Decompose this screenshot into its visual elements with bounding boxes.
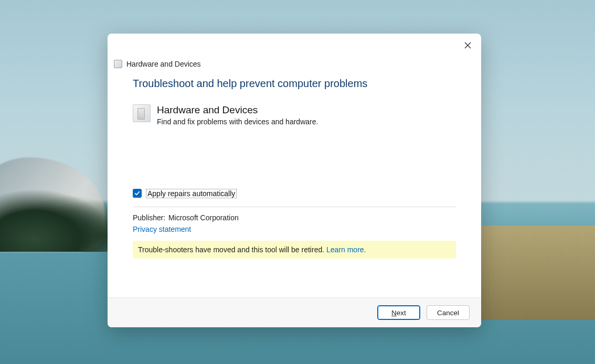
dialog-content: Troubleshoot and help prevent computer p… [108, 71, 481, 297]
publisher-row: Publisher: Microsoft Corporation [133, 213, 456, 222]
page-heading: Troubleshoot and help prevent computer p… [133, 78, 456, 90]
cancel-button[interactable]: Cancel [427, 305, 470, 320]
next-rest: ext [397, 309, 406, 317]
learn-more-link[interactable]: Learn more. [326, 245, 366, 254]
troubleshooter-description: Find and fix problems with devices and h… [157, 117, 318, 126]
hardware-devices-icon [133, 104, 151, 122]
troubleshooter-dialog: Hardware and Devices Troubleshoot and he… [108, 34, 481, 327]
divider [133, 207, 456, 207]
hardware-devices-small-icon [114, 60, 122, 68]
close-icon [464, 42, 471, 49]
close-button[interactable] [461, 39, 474, 51]
dialog-footer: Next Cancel [108, 297, 481, 327]
troubleshooter-text: Hardware and Devices Find and fix proble… [157, 104, 318, 126]
wallpaper-trees [0, 189, 115, 252]
troubleshooter-title: Hardware and Devices [157, 104, 318, 116]
dialog-titlebar: Hardware and Devices [108, 34, 481, 71]
next-button[interactable]: Next [377, 305, 420, 320]
privacy-statement-link[interactable]: Privacy statement [133, 225, 456, 233]
notice-text: Trouble-shooters have moved and this too… [138, 245, 326, 254]
apply-repairs-checkbox[interactable] [133, 189, 142, 198]
checkmark-icon [134, 190, 140, 196]
publisher-label: Publisher: [133, 213, 166, 222]
next-accel: N [391, 309, 397, 317]
dialog-title: Hardware and Devices [126, 60, 201, 68]
troubleshooter-row: Hardware and Devices Find and fix proble… [133, 104, 456, 126]
retirement-notice: Trouble-shooters have moved and this too… [133, 241, 456, 259]
apply-repairs-row: Apply repairs automatically [133, 189, 456, 198]
publisher-value: Microsoft Corporation [168, 213, 239, 222]
apply-repairs-label[interactable]: Apply repairs automatically [146, 189, 237, 198]
